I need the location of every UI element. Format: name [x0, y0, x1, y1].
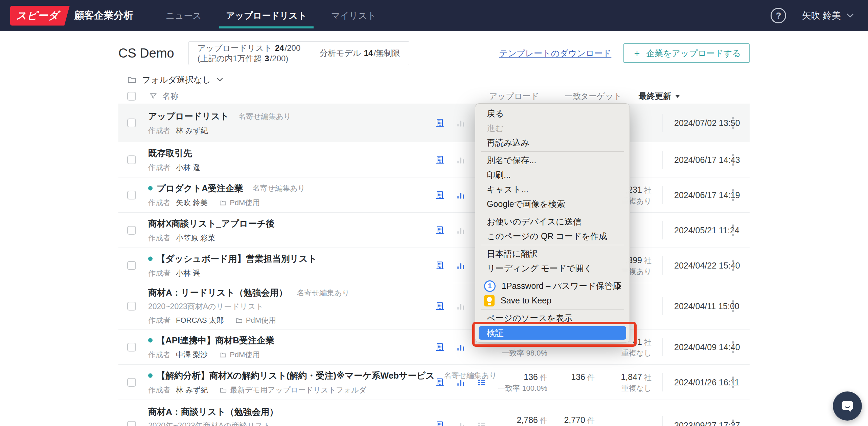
target-count-unit: 社	[644, 256, 652, 265]
company-list-icon[interactable]	[435, 118, 444, 128]
last-updated-date: 2024/06/17 14:43	[674, 155, 740, 165]
analysis-chart-icon[interactable]	[456, 155, 465, 165]
kebab-menu-icon[interactable]	[731, 189, 735, 201]
kebab-menu-icon[interactable]	[731, 376, 735, 388]
company-list-icon[interactable]	[435, 301, 444, 311]
list-title[interactable]: 【ダッシュボード用】営業担当別リスト	[157, 253, 317, 264]
table-row[interactable]: 商材X商談リスト_アプローチ後 作成者 小笠原 彩菜	[118, 213, 750, 248]
context-menu-item[interactable]: 1Password – パスワード保管庫	[475, 279, 630, 293]
context-menu-item[interactable]: お使いのデバイスに送信	[475, 214, 630, 229]
analysis-chart-icon[interactable]	[456, 421, 465, 426]
context-menu-item[interactable]: 再読み込み	[475, 135, 630, 150]
row-checkbox[interactable]	[127, 421, 136, 426]
row-checkbox[interactable]	[127, 191, 136, 199]
table-row[interactable]: 商材A：リードリスト（勉強会用） 名寄せ編集あり 2020~2023商材Aのリー…	[118, 283, 750, 329]
table-row[interactable]: アップロードリスト 名寄せ編集あり 作成者 林 みず紀	[118, 104, 750, 142]
row-checkbox[interactable]	[127, 343, 136, 352]
context-menu-item[interactable]: 戻る	[475, 106, 630, 121]
chat-widget-button[interactable]	[833, 391, 862, 421]
list-title[interactable]: 商材X商談リスト_アプローチ後	[148, 217, 275, 229]
row-checkbox[interactable]	[127, 302, 136, 311]
menu-item-label: Save to Keep	[501, 296, 551, 305]
row-checkbox[interactable]	[127, 261, 136, 270]
company-list-icon[interactable]	[435, 226, 444, 235]
name-merge-tag: 名寄せ編集あり	[297, 288, 350, 298]
analysis-chart-icon[interactable]	[456, 226, 465, 235]
table-row[interactable]: 既存取引先 作成者 小林 遥	[118, 142, 750, 177]
analysis-chart-icon[interactable]	[456, 190, 465, 200]
context-menu-item[interactable]: キャスト...	[475, 182, 630, 197]
menu-item-label: キャスト...	[487, 184, 528, 195]
select-all-checkbox[interactable]	[127, 92, 136, 101]
segment-list-icon[interactable]	[477, 421, 486, 426]
context-menu-item[interactable]: このページの QR コードを作成	[475, 229, 630, 243]
template-download-link[interactable]: テンプレートのダウンロード	[499, 48, 611, 59]
folder-selector[interactable]: フォルダ選択なし	[118, 74, 750, 85]
name-merge-tag: 名寄せ編集あり	[238, 111, 291, 121]
list-title[interactable]: 商材A：商談リスト（勉強会用）	[148, 406, 278, 418]
submenu-chevron-icon	[617, 282, 621, 290]
segment-list-icon[interactable]	[477, 378, 486, 387]
creator-label: 作成者	[148, 349, 170, 360]
help-icon[interactable]: ?	[771, 8, 786, 23]
match-count: 2,770	[564, 415, 585, 425]
kebab-menu-icon[interactable]	[731, 224, 735, 236]
upload-companies-button[interactable]: ＋ 企業をアップロードする	[623, 43, 750, 63]
row-main: 商材A：リードリスト（勉強会用） 名寄せ編集あり 2020~2023商材Aのリー…	[148, 287, 349, 325]
kebab-menu-icon[interactable]	[731, 154, 735, 166]
active-dot-icon	[148, 373, 153, 378]
context-menu-item[interactable]: ページのソースを表示	[475, 311, 630, 325]
table-row[interactable]: プロダクトA受注企業 名寄せ編集あり 作成者 矢吹 鈴美 PdM使用	[118, 177, 750, 213]
company-list-icon[interactable]	[435, 190, 444, 200]
company-list-icon[interactable]	[435, 378, 444, 387]
kebab-menu-icon[interactable]	[731, 419, 735, 426]
context-menu-item[interactable]: Googleで画像を検索	[475, 197, 630, 211]
list-title[interactable]: 商材A：リードリスト（勉強会用）	[148, 287, 288, 299]
tab-my-list[interactable]: マイリスト	[319, 0, 388, 31]
kebab-menu-icon[interactable]	[731, 341, 735, 353]
row-checkbox[interactable]	[127, 378, 136, 387]
table-row[interactable]: 商材A：商談リスト（勉強会用） 2020年~2023年商材Aの商談リスト 作成者…	[118, 400, 750, 426]
analysis-chart-icon[interactable]	[456, 301, 465, 311]
row-main: プロダクトA受注企業 名寄せ編集あり 作成者 矢吹 鈴美 PdM使用	[148, 182, 305, 208]
list-title[interactable]: 既存取引先	[148, 147, 192, 159]
tab-news[interactable]: ニュース	[154, 0, 214, 31]
menu-item-label: 別名で保存...	[487, 155, 536, 166]
last-updated-date: 2024/04/09 14:40	[674, 342, 740, 352]
list-title[interactable]: 【API連携中】商材B受注企業	[157, 334, 274, 346]
analysis-chart-icon[interactable]	[456, 261, 465, 270]
kebab-menu-icon[interactable]	[731, 259, 735, 272]
row-checkbox[interactable]	[127, 119, 136, 127]
context-menu-item[interactable]: 別名で保存...	[475, 153, 630, 168]
context-menu-item[interactable]: リーディング モードで開く	[475, 261, 630, 276]
speeda-logo[interactable]: スピーダ	[10, 6, 70, 26]
tab-upload-list[interactable]: アップロードリスト	[214, 0, 319, 31]
analysis-chart-icon[interactable]	[456, 342, 465, 352]
table-row[interactable]: 【API連携中】商材B受注企業 作成者 中澤 梨沙 PdM使用	[118, 329, 750, 365]
company-list-icon[interactable]	[435, 421, 444, 426]
table-row[interactable]: 【ダッシュボード用】営業担当別リスト 作成者 小林 遥	[118, 248, 750, 283]
context-menu-item[interactable]: Save to Keep	[475, 293, 630, 308]
analysis-chart-icon[interactable]	[456, 118, 465, 128]
list-title[interactable]: アップロードリスト	[148, 110, 229, 122]
list-title[interactable]: 【解約分析】商材Xの解約リスト(解約・受注)※マーケ系Webサービス	[157, 369, 435, 381]
context-menu-item[interactable]: 日本語に翻訳	[475, 247, 630, 261]
user-menu[interactable]: 矢吹 鈴美	[802, 9, 854, 22]
context-menu-item[interactable]: 印刷...	[475, 168, 630, 182]
creator-label: 作成者	[148, 233, 170, 243]
column-last-updated[interactable]: 最終更新	[639, 91, 680, 102]
table-row[interactable]: 【解約分析】商材Xの解約リスト(解約・受注)※マーケ系Webサービス 名寄せ編集…	[118, 365, 750, 400]
company-list-icon[interactable]	[435, 261, 444, 270]
company-list-icon[interactable]	[435, 342, 444, 352]
company-list-icon[interactable]	[435, 155, 444, 165]
context-menu-item-inspect[interactable]: 検証	[479, 326, 626, 340]
row-title-line: 【ダッシュボード用】営業担当別リスト	[148, 253, 317, 264]
row-checkbox[interactable]	[127, 155, 136, 164]
row-checkbox[interactable]	[127, 226, 136, 235]
filter-icon[interactable]	[149, 92, 158, 101]
kebab-menu-icon[interactable]	[731, 300, 735, 312]
chevron-down-icon	[216, 78, 223, 82]
kebab-menu-icon[interactable]	[731, 117, 735, 129]
list-title[interactable]: プロダクトA受注企業	[157, 182, 243, 194]
analysis-chart-icon[interactable]	[456, 378, 465, 387]
